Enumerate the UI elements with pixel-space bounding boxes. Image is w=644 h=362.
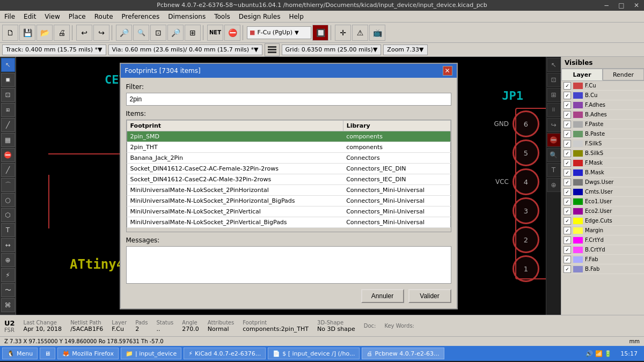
layer-row[interactable]: ✓ Eco1.User — [561, 197, 644, 206]
taskbar-firefox[interactable]: 🦊 Mozilla Firefox — [57, 348, 119, 359]
layer-visibility-check[interactable]: ✓ — [564, 208, 571, 215]
layer-visibility-check[interactable]: ✓ — [564, 188, 571, 196]
layer-settings-button[interactable]: 🔲 — [312, 25, 328, 41]
layer-row[interactable]: ✓ B.Mask — [561, 168, 644, 178]
menu-help[interactable]: Help — [284, 11, 308, 22]
layer-row[interactable]: ✓ Eco2.User — [561, 206, 644, 216]
add-target-tool[interactable]: ⊕ — [1, 253, 15, 267]
layer-row[interactable]: ✓ F.SilkS — [561, 139, 644, 149]
layer-visibility-check[interactable]: ✓ — [564, 179, 571, 186]
place-footprint-tool[interactable]: ⚡ — [1, 268, 15, 282]
menu-tools[interactable]: Tools — [210, 11, 235, 22]
net-highlight-tool[interactable]: 🔲 — [1, 73, 15, 87]
layer-row[interactable]: ✓ Cmts.User — [561, 187, 644, 197]
add-track-tool[interactable]: ╱ — [1, 118, 15, 132]
zoom-original-button[interactable]: ⊞ — [185, 25, 201, 41]
zoom-selector[interactable]: Zoom 7.33 ▼ — [383, 45, 427, 55]
menu-preferences[interactable]: Preferences — [118, 11, 164, 22]
scripting-console[interactable]: ⌘ — [1, 298, 15, 312]
layer-row[interactable]: ✓ B.Adhes — [561, 110, 644, 120]
menu-route[interactable]: Route — [90, 11, 118, 22]
layer-visibility-check[interactable]: ✓ — [564, 121, 571, 128]
zoom-out-button[interactable]: 🔍 — [133, 25, 149, 41]
new-button[interactable]: 🗋 — [2, 25, 18, 41]
layer-visibility-check[interactable]: ✓ — [564, 140, 571, 147]
open-button[interactable]: 📂 — [36, 25, 53, 41]
undo-button[interactable]: ↩ — [76, 25, 92, 41]
layer-visibility-check[interactable]: ✓ — [564, 256, 571, 263]
taskbar-filemanager[interactable]: 📁 | input_device — [121, 348, 181, 359]
add-keepout-tool[interactable]: ⛔ — [1, 148, 15, 162]
layer-visibility-check[interactable]: ✓ — [564, 265, 571, 273]
add-arc-tool[interactable]: ⌒ — [1, 178, 15, 192]
layer-row[interactable]: ✓ F.Paste — [561, 120, 644, 129]
menu-dimensions[interactable]: Dimensions — [164, 11, 210, 22]
layer-visibility-check[interactable]: ✓ — [564, 246, 571, 254]
menu-design-rules[interactable]: Design Rules — [235, 11, 285, 22]
dialog-close-button[interactable]: ✕ — [443, 66, 452, 76]
layer-visibility-check[interactable]: ✓ — [564, 169, 571, 176]
annuler-button[interactable]: Annuler — [361, 289, 404, 303]
save-button[interactable]: 💾 — [19, 25, 35, 41]
layer-selector[interactable]: ■ F-Cu (PgUp) ▼ — [247, 26, 311, 39]
maximize-button[interactable]: □ — [614, 0, 629, 11]
table-scroll[interactable]: Footprint Library 2pin_SMDcomponents2pin… — [127, 120, 451, 232]
zoom-select-button[interactable]: 🔎 — [167, 25, 184, 41]
3d-viewer-button[interactable]: 📺 — [369, 25, 385, 41]
filter-input[interactable] — [126, 93, 451, 106]
table-row[interactable]: 2pin_SMDcomponents — [127, 131, 450, 142]
add-circle-tool[interactable]: ○ — [1, 193, 15, 207]
layer-visibility-check[interactable]: ✓ — [564, 198, 571, 205]
menu-view[interactable]: View — [40, 11, 64, 22]
table-row[interactable]: Banana_Jack_2PinConnectors — [127, 152, 450, 163]
layer-visibility-check[interactable]: ✓ — [564, 237, 571, 244]
layer-row[interactable]: ✓ Dwgs.User — [561, 178, 644, 187]
add-text-tool[interactable]: T — [1, 223, 15, 237]
layer-row[interactable]: ✓ B.Paste — [561, 129, 644, 139]
add-zone-tool[interactable]: ▦ — [1, 133, 15, 147]
track-selector[interactable]: Track: 0.400 mm (15.75 mils) * ▼ — [2, 45, 106, 55]
net-inspector-button[interactable]: NET — [207, 25, 223, 41]
local-ratsnest-tool[interactable]: ⊡ — [1, 88, 15, 102]
router-settings[interactable] — [265, 43, 280, 56]
taskbar-pcbnew[interactable]: 🖨 Pcbnew 4.0.7-e2-63... — [362, 348, 444, 359]
select-tool[interactable]: ↖ — [1, 58, 15, 72]
table-row[interactable]: MiniUniversalMate-N-LokSocket_2PinHorizo… — [127, 195, 450, 206]
layer-row[interactable]: ✓ B.CrtYd — [561, 245, 644, 255]
add-pad-tool[interactable]: ⊞ — [1, 103, 15, 117]
canvas-area[interactable]: CET JP1 6 GND 5 4 VCC 3 2 — [16, 57, 561, 315]
ratsnest-button[interactable]: ⛔ — [224, 25, 240, 41]
taskbar-kicad[interactable]: ⚡ KiCad 4.0.7-e2-6376... — [184, 348, 266, 359]
layer-visibility-check[interactable]: ✓ — [564, 150, 571, 157]
table-row[interactable]: 2pin_THTcomponents — [127, 142, 450, 152]
grid-selector[interactable]: Grid: 0.6350 mm (25.00 mils) ▼ — [282, 45, 382, 55]
layer-visibility-check[interactable]: ✓ — [564, 217, 571, 225]
layer-row[interactable]: ✓ Margin — [561, 226, 644, 235]
layer-row[interactable]: ✓ Edge.Cuts — [561, 216, 644, 226]
table-row[interactable]: Socket_DIN41612-CaseC2-AC-Male-32Pin-2ro… — [127, 174, 450, 184]
minimize-button[interactable]: − — [599, 0, 614, 11]
table-row[interactable]: MiniUniversalMate-N-LokSocket_2PinHorizo… — [127, 184, 450, 195]
layer-row[interactable]: ✓ B.Fab — [561, 264, 644, 274]
layer-row[interactable]: ✓ B.SilkS — [561, 149, 644, 158]
add-dimension-tool[interactable]: ↔ — [1, 238, 15, 252]
menu-edit[interactable]: Edit — [19, 11, 40, 22]
drc-button[interactable]: ⚠ — [352, 25, 368, 41]
layer-row[interactable]: ✓ F.Cu — [561, 81, 644, 91]
zoom-fit-button[interactable]: ⊡ — [150, 25, 166, 41]
microwave-tool[interactable]: 〜 — [1, 283, 15, 297]
layer-visibility-check[interactable]: ✓ — [564, 82, 571, 90]
table-row[interactable]: Socket_DIN41612-CaseC2-AC-Female-32Pin-2… — [127, 163, 450, 174]
layer-row[interactable]: ✓ B.Cu — [561, 91, 644, 100]
menu-place[interactable]: Place — [64, 11, 90, 22]
zoom-in-button[interactable]: 🔎 — [116, 25, 132, 41]
layer-row[interactable]: ✓ F.CrtYd — [561, 235, 644, 245]
menu-file[interactable]: File — [0, 11, 19, 22]
valider-button[interactable]: Valider — [408, 289, 451, 303]
layer-visibility-check[interactable]: ✓ — [564, 227, 571, 234]
table-row[interactable]: MiniUniversalMate-N-LokSocket_2PinVertic… — [127, 217, 450, 227]
via-selector[interactable]: Via: 0.60 mm (23.6 mils)/ 0.40 mm (15.7 … — [108, 45, 262, 55]
layer-row[interactable]: ✓ F.Mask — [561, 158, 644, 168]
close-button[interactable]: ✕ — [629, 0, 644, 11]
layer-row[interactable]: ✓ F.Fab — [561, 255, 644, 264]
